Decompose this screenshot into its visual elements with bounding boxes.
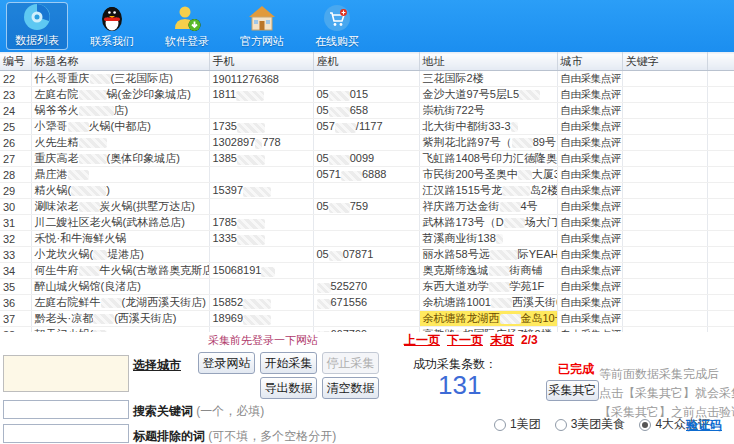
- blurred-text: [237, 219, 265, 229]
- toolbar-item-1[interactable]: 数据列表: [6, 2, 68, 50]
- cell-city: 自由采集点评: [557, 167, 622, 183]
- data-table: 编号标题名称手机座机地址城市关键字 22什么哥重庆(三花国际店)19011276…: [0, 52, 734, 332]
- bottom-panel: 采集前先登录一下网站 上一页下一页末页2/3 选择城市 登录网站 开始采集 停止…: [0, 332, 734, 444]
- blurred-text: [93, 250, 107, 260]
- prev-page-link[interactable]: 上一页: [404, 333, 440, 347]
- table-row[interactable]: 35醉山城火锅馆(良渚店)525270东西大道劝学学苑1F自由采集点评: [0, 279, 734, 295]
- cell-empty: [707, 71, 734, 87]
- table-body: 22什么哥重庆(三花国际店)19011276368三花国际2楼自由采集点评23左…: [0, 71, 734, 333]
- cell-keyword: [622, 279, 707, 295]
- radio-button[interactable]: [494, 419, 506, 431]
- search-keyword-input[interactable]: [3, 400, 129, 419]
- cell-empty: [707, 151, 734, 167]
- blurred-text: [329, 203, 350, 213]
- cell-city: 自由采集点评: [557, 231, 622, 247]
- search-keyword-hint: (一个，必填): [196, 404, 264, 418]
- cell-address: 余杭塘路1001西溪天街6: [419, 295, 557, 311]
- stop-collect-button: 停止采集: [322, 352, 379, 374]
- city-select-box[interactable]: [3, 355, 129, 392]
- toolbar-item-3[interactable]: 软件登录: [156, 2, 218, 50]
- cell-empty: [707, 183, 734, 199]
- cell-keyword: [622, 167, 707, 183]
- table-row[interactable]: 24锅爷爷火店)05658崇杭街722号自由采集点评: [0, 103, 734, 119]
- cell-id: 37: [0, 311, 31, 327]
- table-row[interactable]: 25小犟哥火锅(中都店)1735057/1177北大街中都街33-3自由采集点评: [0, 119, 734, 135]
- cell-phone: [209, 279, 313, 295]
- page-indicator: 2/3: [521, 333, 538, 347]
- cell-city: 自由采集点评: [557, 87, 622, 103]
- table-row[interactable]: 37黔老头·凉都(西溪天街店)18969余杭塘路龙湖西金岛10号楼自由采集点评: [0, 311, 734, 327]
- cell-empty: [707, 119, 734, 135]
- table-row[interactable]: 33小龙坎火锅(堤港店)0507871丽水路58号远际YEAH外自由采集点评: [0, 247, 734, 263]
- blurred-text: [93, 314, 114, 324]
- table-row[interactable]: 36左庭右院鲜牛(龙湖西溪天街店)15852671556余杭塘路1001西溪天街…: [0, 295, 734, 311]
- next-page-link[interactable]: 下一页: [447, 333, 483, 347]
- table-row[interactable]: 27重庆高老(奥体印象城店)1385050099飞虹路1408号印力汇德隆奥体印…: [0, 151, 734, 167]
- cell-title: 左庭右院鲜牛(龙湖西溪天街店): [31, 295, 209, 311]
- radio-button[interactable]: [555, 419, 567, 431]
- cell-empty: [707, 311, 734, 327]
- table-row[interactable]: 22什么哥重庆(三花国际店)19011276368三花国际2楼自由采集点评: [0, 71, 734, 87]
- qq-icon: [97, 3, 127, 33]
- cell-keyword: [622, 87, 707, 103]
- blurred-text: [243, 299, 271, 309]
- cell-phone: 1335: [209, 231, 313, 247]
- toolbar-item-4[interactable]: 官方网站: [231, 2, 293, 50]
- cell-title: 川二嫂社区老火锅(武林路总店): [31, 215, 209, 231]
- cell-title: 黔老头·凉都(西溪天街店): [31, 311, 209, 327]
- cell-landline: [313, 263, 419, 279]
- table-row[interactable]: 23左庭右院锅(金沙印象城店)181105015金沙大道97号5层L5自由采集点…: [0, 87, 734, 103]
- table-row[interactable]: 28鼎庄港05716888市民街200号圣奥中大厦3层自由采集点评: [0, 167, 734, 183]
- blurred-text: [317, 299, 331, 309]
- cell-empty: [707, 279, 734, 295]
- cell-id: 31: [0, 215, 31, 231]
- radio-button[interactable]: [639, 419, 651, 431]
- last-page-link[interactable]: 末页: [490, 333, 514, 347]
- captcha-link[interactable]: 验证码: [686, 417, 722, 434]
- help-text: 等前面数据采集完成后点击【采集其它】就会采集其它信【采集其它】之前点击验证码: [599, 365, 734, 422]
- cell-landline: [313, 71, 419, 87]
- cell-empty: [707, 247, 734, 263]
- blurred-text: [500, 202, 521, 212]
- cell-city: 自由采集点评: [557, 151, 622, 167]
- help-line: 点击【采集其它】就会采集其它信: [599, 384, 734, 403]
- table-row[interactable]: 31川二嫂社区老火锅(武林路总店)1785武林路173号（D场大门左自由采集点评: [0, 215, 734, 231]
- blurred-text: [243, 187, 271, 197]
- cell-keyword: [622, 263, 707, 279]
- toolbar-item-2[interactable]: 联系我们: [81, 2, 143, 50]
- table-row[interactable]: 32禾悦·和牛海鲜火锅1335苕溪商业街138自由采集点评: [0, 231, 734, 247]
- blurred-text: [237, 123, 265, 133]
- cell-keyword: [622, 151, 707, 167]
- login-icon: [172, 3, 202, 33]
- blurred-text: [236, 91, 264, 101]
- collect-other-button[interactable]: 采集其它: [546, 380, 599, 401]
- table-row[interactable]: 34何生牛府牛火锅(古墩路奥克斯店)15068191奥克斯缔逸城街商铺自由采集点…: [0, 263, 734, 279]
- cell-phone: 19011276368: [209, 71, 313, 87]
- cell-address: 三花国际2楼: [419, 71, 557, 87]
- clear-data-button[interactable]: 清空数据: [322, 377, 379, 399]
- table-row[interactable]: 29精火锅()15397江汉路1515号龙岛2楼自由采集点评: [0, 183, 734, 199]
- table-row[interactable]: 26火先生精1302897778紫荆花北路97号（89号）自由采集点评: [0, 135, 734, 151]
- cell-address: 北大街中都街33-3: [419, 119, 557, 135]
- export-data-button[interactable]: 导出数据: [260, 377, 317, 399]
- radio-option-2[interactable]: 3美团美食: [555, 416, 626, 433]
- cell-title: 醉山城火锅馆(良渚店): [31, 279, 209, 295]
- cell-title: 火先生精: [31, 135, 209, 151]
- cell-phone: 15852: [209, 295, 313, 311]
- start-collect-button[interactable]: 开始采集: [260, 352, 317, 374]
- toolbar-item-5[interactable]: 在线购买: [306, 2, 368, 50]
- table-row[interactable]: 30涮味浓老炭火锅(拱墅万达店)05759祥庆路万达金街4号自由采集点评: [0, 199, 734, 215]
- blurred-text: [512, 138, 533, 148]
- cell-empty: [707, 231, 734, 247]
- cell-landline: [313, 231, 419, 247]
- blurred-text: [329, 155, 350, 165]
- radio-label: 1美团: [510, 416, 541, 433]
- login-website-button[interactable]: 登录网站: [198, 352, 255, 374]
- blurred-text: [79, 154, 107, 164]
- cell-id: 32: [0, 231, 31, 247]
- blurred-text: [496, 234, 503, 244]
- cell-title: 何生牛府牛火锅(古墩路奥克斯店): [31, 263, 209, 279]
- toolbar-item-label: 数据列表: [15, 34, 59, 47]
- radio-option-1[interactable]: 1美团: [494, 416, 541, 433]
- title-exclude-input[interactable]: [3, 424, 129, 443]
